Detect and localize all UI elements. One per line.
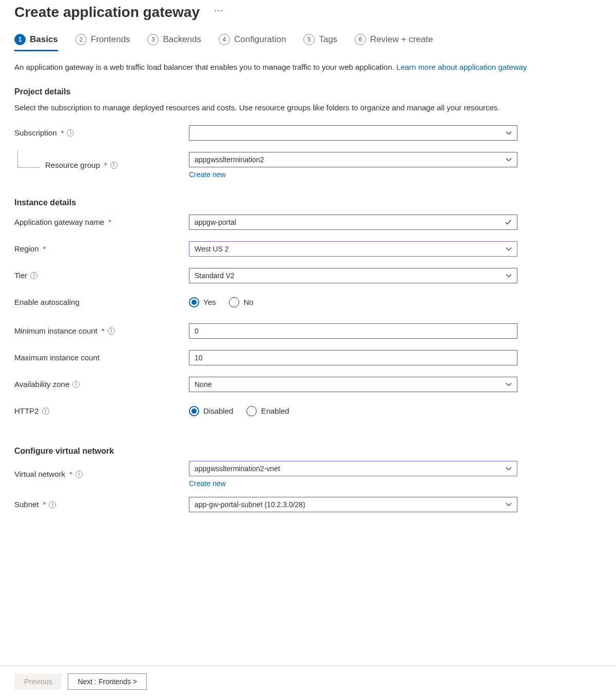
http2-enabled-radio[interactable]: Enabled [246, 406, 289, 416]
tab-label: Review + create [370, 34, 433, 45]
radio-label: No [243, 298, 253, 306]
select-value: appgwssltermination2 [195, 156, 506, 164]
tab-tags[interactable]: 5 Tags [303, 31, 337, 50]
create-new-resource-group-link[interactable]: Create new [189, 170, 517, 179]
intro-body: An application gateway is a web traffic … [14, 63, 396, 71]
label-text: Subscription [14, 128, 57, 137]
info-icon[interactable]: i [75, 471, 83, 478]
required-marker: * [61, 128, 64, 137]
subscription-select[interactable] [189, 125, 517, 141]
info-icon[interactable]: i [30, 272, 37, 279]
label-tier: Tier i [14, 271, 189, 280]
tab-step-number: 2 [75, 34, 87, 45]
tab-step-number: 1 [14, 34, 26, 45]
create-new-vnet-link[interactable]: Create new [189, 479, 517, 488]
tab-frontends[interactable]: 2 Frontends [75, 31, 130, 50]
select-value: appgwssltermination2-vnet [195, 464, 506, 473]
tab-label: Basics [30, 34, 58, 45]
info-icon[interactable]: i [110, 162, 118, 169]
http2-disabled-radio[interactable]: Disabled [189, 406, 233, 416]
radio-icon [189, 297, 199, 307]
required-marker: * [104, 161, 107, 169]
label-http2: HTTP2 i [14, 406, 189, 415]
tab-step-number: 6 [355, 34, 366, 45]
info-icon[interactable]: i [67, 129, 74, 137]
tab-label: Tags [319, 34, 337, 45]
chevron-down-icon [506, 273, 512, 279]
required-marker: * [108, 218, 111, 226]
tier-select[interactable]: Standard V2 [189, 268, 517, 283]
radio-icon [229, 297, 239, 307]
region-select[interactable]: West US 2 [189, 241, 517, 257]
chevron-down-icon [506, 130, 512, 136]
radio-label: Disabled [203, 406, 233, 415]
info-icon[interactable]: i [49, 501, 56, 508]
tab-label: Configuration [234, 34, 286, 45]
tab-label: Frontends [91, 34, 130, 45]
checkmark-icon [505, 219, 512, 226]
learn-more-link[interactable]: Learn more about application gateway [396, 63, 527, 71]
input-value: 0 [195, 327, 512, 335]
label-text: Availability zone [14, 380, 69, 389]
info-icon[interactable]: i [42, 408, 49, 415]
required-marker: * [69, 470, 72, 478]
virtual-network-select[interactable]: appgwssltermination2-vnet [189, 461, 517, 476]
label-application-gateway-name: Application gateway name * [14, 218, 189, 226]
more-icon[interactable]: ⋯ [214, 6, 224, 15]
section-heading-project-details: Project details [14, 87, 602, 96]
required-marker: * [43, 500, 46, 509]
intro-text: An application gateway is a web traffic … [14, 61, 602, 73]
application-gateway-name-input[interactable]: appgw-portal [189, 215, 517, 230]
select-value: Standard V2 [195, 272, 506, 280]
label-text: Virtual network [14, 470, 65, 478]
tab-backends[interactable]: 3 Backends [147, 31, 201, 50]
tab-configuration[interactable]: 4 Configuration [219, 31, 286, 50]
chevron-down-icon [506, 157, 512, 163]
chevron-down-icon [506, 246, 512, 252]
label-text: Subnet [14, 500, 39, 509]
wizard-tabs: 1 Basics 2 Frontends 3 Backends 4 Config… [14, 31, 602, 51]
autoscaling-yes-radio[interactable]: Yes [189, 297, 216, 307]
label-text: Tier [14, 271, 27, 280]
tab-step-number: 5 [303, 34, 315, 45]
label-subnet: Subnet * i [14, 500, 189, 509]
select-value: None [195, 380, 506, 389]
min-instance-count-input[interactable]: 0 [189, 323, 517, 339]
resource-group-select[interactable]: appgwssltermination2 [189, 152, 517, 167]
label-availability-zone: Availability zone i [14, 380, 189, 389]
autoscaling-no-radio[interactable]: No [229, 297, 253, 307]
select-value: West US 2 [195, 245, 506, 253]
tab-step-number: 4 [219, 34, 230, 45]
label-min-instance-count: Minimum instance count * i [14, 326, 189, 335]
page-title: Create application gateway [14, 4, 200, 21]
label-resource-group: Resource group * i [14, 161, 189, 169]
chevron-down-icon [506, 466, 512, 472]
tab-basics[interactable]: 1 Basics [14, 31, 58, 50]
chevron-down-icon [506, 381, 512, 388]
subnet-select[interactable]: app-gw-portal-subnet (10.2.3.0/28) [189, 497, 517, 512]
label-subscription: Subscription * i [14, 128, 189, 137]
label-region: Region * [14, 244, 189, 253]
label-text: Minimum instance count [14, 326, 98, 335]
required-marker: * [102, 326, 105, 335]
tab-label: Backends [163, 34, 201, 45]
tree-connector-icon [17, 150, 40, 168]
label-text: Maximum instance count [14, 353, 100, 362]
input-value: appgw-portal [195, 218, 503, 226]
label-text: Enable autoscaling [14, 298, 80, 306]
section-desc-project-details: Select the subscription to manage deploy… [14, 102, 602, 113]
autoscaling-radio-group: Yes No [189, 297, 517, 307]
radio-label: Enabled [261, 406, 289, 415]
label-text: Region [14, 244, 39, 253]
section-heading-instance-details: Instance details [14, 198, 602, 207]
tab-review-create[interactable]: 6 Review + create [355, 31, 433, 50]
max-instance-count-input[interactable]: 10 [189, 350, 517, 365]
info-icon[interactable]: i [108, 327, 115, 335]
availability-zone-select[interactable]: None [189, 377, 517, 392]
tab-step-number: 3 [147, 34, 159, 45]
label-text: Resource group [45, 161, 100, 169]
radio-icon [246, 406, 257, 416]
info-icon[interactable]: i [72, 381, 80, 388]
section-heading-vnet: Configure virtual network [14, 447, 602, 456]
select-value: app-gw-portal-subnet (10.2.3.0/28) [195, 500, 506, 509]
